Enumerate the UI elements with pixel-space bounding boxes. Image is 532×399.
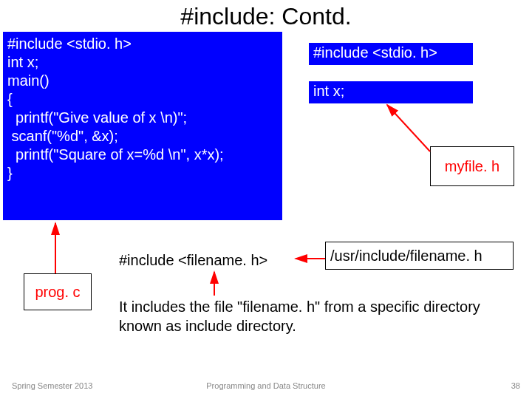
usr-path-box: /usr/include/filename. h [325,242,514,270]
code-line: scanf("%d", &x); [7,127,278,146]
svg-line-0 [387,105,430,151]
code-line: printf("Give value of x \n)"; [7,109,278,127]
code-line: printf("Square of x=%d \n", x*x); [7,146,278,164]
explanation-text: It includes the file "filename. h" from … [119,297,511,335]
code-block: #include <stdio. h> int x; main() { prin… [3,32,282,220]
include-filename-text: #include <filename. h> [119,252,267,269]
code-line: main() [7,72,278,90]
intx-snippet: int x; [309,81,473,103]
prog-label: prog. c [24,273,92,310]
code-line: } [7,164,278,183]
code-line: { [7,90,278,109]
myfile-label: myfile. h [430,146,514,186]
code-line: #include <stdio. h> [7,35,278,53]
slide-title: #include: Contd. [0,3,532,30]
footer-center: Programming and Data Structure [0,381,532,390]
stdio-snippet: #include <stdio. h> [309,43,473,65]
footer-page-number: 38 [511,381,520,390]
code-line: int x; [7,53,278,72]
